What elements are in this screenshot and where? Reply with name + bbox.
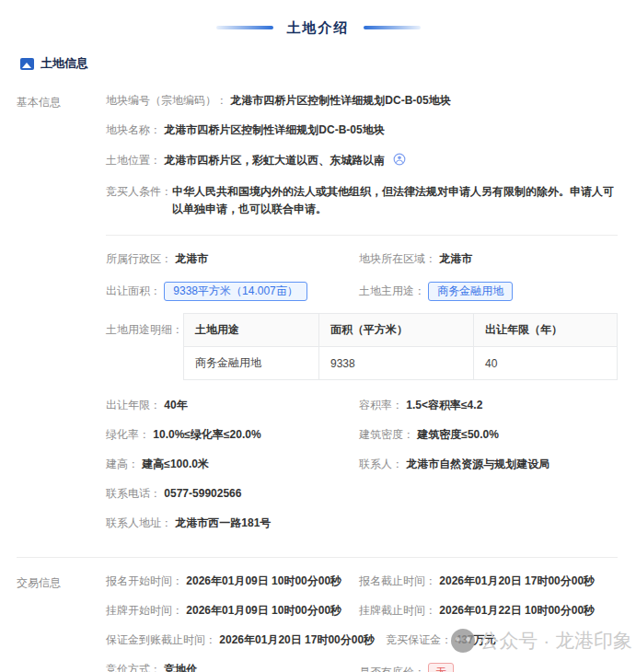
contact-phone-value: 0577-59902566 bbox=[164, 487, 241, 500]
land-location-value: 龙港市四桥片区，彩虹大道以西、东城路以南 bbox=[164, 154, 385, 167]
field-bidder-condition: 竞买人条件： 中华人民共和国境内外的法人或其他组织，但法律法规对申请人另有限制的… bbox=[106, 183, 618, 218]
bid-deposit-label: 竞买保证金： bbox=[386, 633, 452, 646]
field-row-height-contact: 建高： 建高≤100.0米 联系人： 龙港市自然资源与规划建设局 bbox=[106, 458, 618, 470]
field-deposit-deadline: 保证金到账截止时间： 2026年01月20日 17时00分00秒 bbox=[106, 633, 386, 646]
field-row-method-reserve: 竞价方式： 竞地价 是否有底价： 无 bbox=[106, 663, 618, 672]
signup-end-value: 2026年01月20日 17时00分00秒 bbox=[439, 574, 595, 587]
contact-address-label: 联系人地址： bbox=[106, 516, 172, 529]
building-height-value: 建高≤100.0米 bbox=[142, 458, 209, 470]
field-land-location: 土地位置： 龙港市四桥片区，彩虹大道以西、东城路以南 bbox=[106, 153, 618, 167]
contact-phone-label: 联系电话： bbox=[106, 487, 161, 500]
bid-deposit-value: 437万元 bbox=[455, 633, 495, 646]
transfer-years-value: 40年 bbox=[164, 399, 187, 411]
bidding-method-label: 竞价方式： bbox=[106, 663, 161, 672]
admin-region-value: 龙港市 bbox=[175, 252, 208, 265]
basic-info-section: 基本信息 地块编号（宗地编码）： 龙港市四桥片区控制性详细规划DC-B-05地块… bbox=[0, 94, 636, 546]
field-green-ratio: 绿化率： 10.0%≤绿化率≤20.0% bbox=[106, 428, 359, 441]
field-building-height: 建高： 建高≤100.0米 bbox=[106, 458, 359, 470]
signup-end-label: 报名截止时间： bbox=[359, 574, 436, 587]
field-row-signup-times: 报名开始时间： 2026年01月09日 10时00分00秒 报名截止时间： 20… bbox=[106, 574, 618, 587]
table-cell-use: 商务金融用地 bbox=[184, 347, 319, 380]
field-land-use-detail: 土地用途明细： 土地用途 面积（平方米） 出让年限（年） 商务金融用地 9338… bbox=[106, 313, 618, 380]
field-contact-phone: 联系电话： 0577-59902566 bbox=[106, 487, 618, 500]
field-row-area-use: 出让面积： 9338平方米（14.007亩） 土地主用途： 商务金融用地 bbox=[106, 282, 618, 301]
signup-start-label: 报名开始时间： bbox=[106, 574, 183, 587]
field-parcel-code: 地块编号（宗地编码）： 龙港市四桥片区控制性详细规划DC-B-05地块 bbox=[106, 94, 618, 107]
page-title: 土地介绍 bbox=[287, 19, 350, 36]
parcel-code-label: 地块编号（宗地编码）： bbox=[106, 94, 227, 107]
land-image-icon bbox=[20, 58, 34, 70]
field-signup-start: 报名开始时间： 2026年01月09日 10时00分00秒 bbox=[106, 574, 359, 587]
table-cell-years: 40 bbox=[474, 347, 618, 380]
land-use-table-header-row: 土地用途 面积（平方米） 出让年限（年） bbox=[184, 314, 618, 347]
field-row-regions: 所属行政区： 龙港市 地块所在区域： 龙港市 bbox=[106, 252, 618, 265]
trade-info-fields: 报名开始时间： 2026年01月09日 10时00分00秒 报名截止时间： 20… bbox=[106, 574, 618, 672]
land-use-detail-label: 土地用途明细： bbox=[106, 313, 183, 338]
transfer-area-label: 出让面积： bbox=[106, 284, 161, 297]
bidder-condition-label: 竞买人条件： bbox=[106, 183, 172, 218]
bidding-method-value: 竞地价 bbox=[164, 663, 197, 672]
field-listing-end: 挂牌截止时间： 2026年01月22日 10时00分00秒 bbox=[359, 604, 618, 617]
field-row-years-ratio: 出让年限： 40年 容积率： 1.5<容积率≤4.2 bbox=[106, 399, 618, 411]
listing-start-label: 挂牌开始时间： bbox=[106, 604, 183, 617]
green-ratio-label: 绿化率： bbox=[106, 428, 150, 441]
transfer-area-badge: 9338平方米（14.007亩） bbox=[164, 282, 306, 301]
has-reserve-price-label: 是否有底价： bbox=[359, 666, 425, 672]
field-bid-deposit: 竞买保证金： 437万元 bbox=[386, 633, 618, 646]
admin-region-label: 所属行政区： bbox=[106, 252, 172, 265]
parcel-region-label: 地块所在区域： bbox=[359, 252, 436, 265]
field-bidding-method: 竞价方式： 竞地价 bbox=[106, 663, 359, 672]
contact-address-value: 龙港市西一路181号 bbox=[175, 516, 271, 529]
parcel-name-label: 地块名称： bbox=[106, 123, 161, 136]
table-cell-area: 9338 bbox=[319, 347, 474, 380]
listing-end-value: 2026年01月22日 10时00分00秒 bbox=[439, 604, 595, 617]
section-header: 土地信息 bbox=[20, 55, 636, 72]
field-row-listing-times: 挂牌开始时间： 2026年01月09日 10时00分00秒 挂牌截止时间： 20… bbox=[106, 604, 618, 617]
group-label-basic: 基本信息 bbox=[17, 94, 106, 546]
table-header-years: 出让年限（年） bbox=[474, 314, 618, 347]
field-signup-end: 报名截止时间： 2026年01月20日 17时00分00秒 bbox=[359, 574, 618, 587]
main-use-badge: 商务金融用地 bbox=[428, 282, 513, 301]
section-divider bbox=[17, 557, 618, 558]
building-density-label: 建筑密度： bbox=[359, 428, 414, 441]
listing-end-label: 挂牌截止时间： bbox=[359, 604, 436, 617]
title-decoration-right-line bbox=[364, 26, 421, 29]
table-row: 商务金融用地 9338 40 bbox=[184, 347, 618, 380]
trade-info-section: 交易信息 报名开始时间： 2026年01月09日 10时00分00秒 报名截止时… bbox=[0, 574, 636, 672]
building-height-label: 建高： bbox=[106, 458, 139, 470]
map-location-icon[interactable] bbox=[393, 153, 406, 166]
field-parcel-name: 地块名称： 龙港市四桥片区控制性详细规划DC-B-05地块 bbox=[106, 123, 618, 136]
land-location-label: 土地位置： bbox=[106, 154, 161, 167]
field-has-reserve-price: 是否有底价： 无 bbox=[359, 663, 618, 672]
table-header-area: 面积（平方米） bbox=[319, 314, 474, 347]
listing-start-value: 2026年01月09日 10时00分00秒 bbox=[186, 604, 341, 617]
field-plot-ratio: 容积率： 1.5<容积率≤4.2 bbox=[359, 399, 618, 411]
field-transfer-years: 出让年限： 40年 bbox=[106, 399, 359, 411]
transfer-years-label: 出让年限： bbox=[106, 399, 161, 411]
field-parcel-region: 地块所在区域： 龙港市 bbox=[359, 252, 618, 265]
title-decoration-left-line bbox=[216, 26, 273, 29]
bidder-condition-value: 中华人民共和国境内外的法人或其他组织，但法律法规对申请人另有限制的除外。申请人可… bbox=[172, 183, 618, 218]
field-contact-address: 联系人地址： 龙港市西一路181号 bbox=[106, 516, 618, 529]
plot-ratio-value: 1.5<容积率≤4.2 bbox=[406, 399, 482, 411]
parcel-region-value: 龙港市 bbox=[439, 252, 472, 265]
parcel-code-value: 龙港市四桥片区控制性详细规划DC-B-05地块 bbox=[230, 94, 450, 107]
plot-ratio-label: 容积率： bbox=[359, 399, 403, 411]
table-header-use: 土地用途 bbox=[184, 314, 319, 347]
green-ratio-value: 10.0%≤绿化率≤20.0% bbox=[153, 428, 260, 441]
field-transfer-area: 出让面积： 9338平方米（14.007亩） bbox=[106, 282, 359, 301]
field-listing-start: 挂牌开始时间： 2026年01月09日 10时00分00秒 bbox=[106, 604, 359, 617]
deposit-deadline-value: 2026年01月20日 17时00分00秒 bbox=[219, 633, 375, 646]
field-building-density: 建筑密度： 建筑密度≤50.0% bbox=[359, 428, 618, 441]
deposit-deadline-label: 保证金到账截止时间： bbox=[106, 633, 216, 646]
field-contact-person: 联系人： 龙港市自然资源与规划建设局 bbox=[359, 458, 618, 470]
building-density-value: 建筑密度≤50.0% bbox=[417, 428, 499, 441]
basic-info-divider bbox=[106, 235, 618, 236]
field-admin-region: 所属行政区： 龙港市 bbox=[106, 252, 359, 265]
field-row-deposit: 保证金到账截止时间： 2026年01月20日 17时00分00秒 竞买保证金： … bbox=[106, 633, 618, 646]
page-header: 土地介绍 bbox=[0, 0, 636, 36]
land-use-table: 土地用途 面积（平方米） 出让年限（年） 商务金融用地 9338 40 bbox=[183, 313, 618, 380]
field-row-green-density: 绿化率： 10.0%≤绿化率≤20.0% 建筑密度： 建筑密度≤50.0% bbox=[106, 428, 618, 441]
signup-start-value: 2026年01月09日 10时00分00秒 bbox=[186, 574, 341, 587]
has-reserve-price-badge: 无 bbox=[428, 663, 454, 672]
